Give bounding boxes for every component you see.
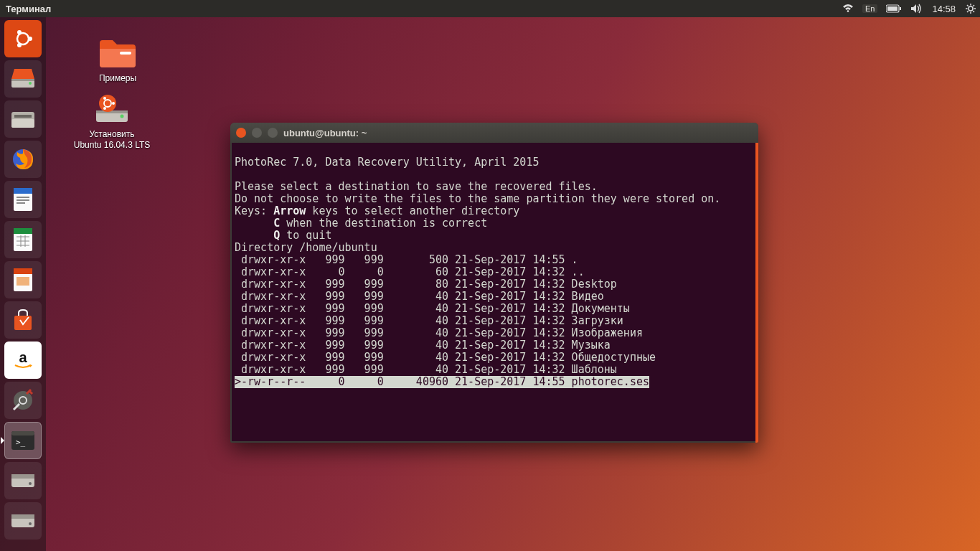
- svg-rect-17: [11, 79, 34, 81]
- folder-icon: [98, 37, 137, 69]
- svg-rect-46: [11, 474, 34, 479]
- svg-rect-2: [887, 6, 897, 11]
- svg-rect-29: [14, 228, 32, 234]
- launcher-firefox[interactable]: [4, 141, 42, 178]
- terminal-window[interactable]: ubuntu@ubuntu: ~ PhotoRec 7.0, Data Reco…: [230, 123, 758, 443]
- launcher-dash[interactable]: [4, 20, 42, 57]
- launcher-software[interactable]: [4, 301, 42, 339]
- file-row[interactable]: drwxr-xr-x 999 999 40 21-Sep-2017 14:32 …: [235, 339, 611, 352]
- svg-rect-25: [17, 197, 29, 198]
- desktop-icon-examples[interactable]: Примеры: [67, 36, 168, 84]
- svg-point-58: [103, 97, 106, 100]
- volume-icon: [910, 4, 922, 14]
- system-indicator[interactable]: [961, 4, 980, 14]
- svg-rect-26: [17, 199, 29, 201]
- terminal-line: C when the destination is correct: [235, 217, 487, 230]
- window-close-button[interactable]: [236, 128, 246, 138]
- svg-text:>_: >_: [16, 438, 26, 447]
- clock[interactable]: 14:58: [926, 4, 961, 14]
- window-active-border: [755, 143, 758, 443]
- spreadsheet-icon: [12, 227, 34, 253]
- svg-point-14: [17, 30, 22, 34]
- active-app-title: Терминал: [0, 4, 51, 14]
- window-title: ubuntu@ubuntu: ~: [283, 128, 367, 138]
- svg-line-11: [973, 5, 974, 6]
- network-indicator[interactable]: [838, 4, 858, 14]
- window-minimize-button[interactable]: [252, 128, 262, 138]
- svg-line-8: [967, 5, 969, 6]
- disk-icon: [10, 67, 36, 90]
- svg-rect-27: [17, 202, 25, 204]
- file-row[interactable]: drwxr-xr-x 999 999 40 21-Sep-2017 14:32 …: [235, 363, 617, 376]
- launcher-terminal[interactable]: >_: [4, 422, 42, 459]
- gear-icon: [966, 4, 976, 14]
- launcher-files[interactable]: [4, 100, 42, 138]
- svg-point-54: [121, 115, 124, 118]
- unity-launcher: a >_: [0, 17, 46, 551]
- terminal-body[interactable]: PhotoRec 7.0, Data Recovery Utility, Apr…: [232, 143, 755, 441]
- launcher-calc[interactable]: [4, 221, 42, 258]
- top-panel: Терминал En 14:58: [0, 0, 980, 17]
- svg-line-9: [973, 11, 974, 12]
- window-maximize-button[interactable]: [268, 128, 278, 138]
- svg-rect-53: [96, 110, 128, 113]
- file-row-selected[interactable]: >-rw-r--r-- 0 0 40960 21-Sep-2017 14:55 …: [235, 376, 649, 388]
- terminal-line: Directory /home/ubuntu: [235, 241, 377, 254]
- svg-rect-36: [14, 268, 32, 274]
- file-row[interactable]: drwxr-xr-x 999 999 40 21-Sep-2017 14:32 …: [235, 302, 630, 315]
- launcher-settings[interactable]: [4, 382, 42, 419]
- drive-icon: [10, 471, 36, 490]
- file-row[interactable]: drwxr-xr-x 999 999 500 21-Sep-2017 14:55…: [235, 253, 578, 266]
- file-row[interactable]: drwxr-xr-x 999 999 40 21-Sep-2017 14:32 …: [235, 290, 604, 303]
- launcher-amazon[interactable]: a: [4, 342, 42, 379]
- language-badge: En: [862, 4, 877, 13]
- presentation-icon: [12, 267, 34, 293]
- file-row[interactable]: drwxr-xr-x 999 999 40 21-Sep-2017 14:32 …: [235, 351, 656, 364]
- terminal-line: Do not choose to write the files to the …: [235, 192, 720, 205]
- window-titlebar[interactable]: ubuntu@ubuntu: ~: [230, 123, 758, 143]
- terminal-line: PhotoRec 7.0, Data Recovery Utility, Apr…: [235, 156, 539, 169]
- terminal-line: Keys: Arrow keys to select another direc…: [235, 204, 519, 217]
- amazon-icon: a: [11, 348, 35, 372]
- svg-point-12: [17, 33, 29, 44]
- drive-icon: [10, 512, 36, 530]
- svg-point-57: [112, 102, 115, 105]
- launcher-impress[interactable]: [4, 261, 42, 298]
- svg-rect-24: [14, 188, 32, 194]
- svg-rect-49: [11, 514, 34, 519]
- shopping-bag-icon: [11, 309, 34, 331]
- desktop-icon-label: Примеры: [67, 73, 168, 84]
- terminal-icon: >_: [10, 430, 36, 451]
- svg-rect-37: [17, 277, 29, 286]
- svg-point-3: [969, 6, 973, 11]
- launcher-writer[interactable]: [4, 181, 42, 218]
- svg-text:a: a: [19, 349, 27, 365]
- svg-rect-51: [120, 52, 131, 55]
- svg-point-13: [28, 37, 32, 41]
- files-icon: [10, 108, 36, 131]
- document-icon: [12, 187, 34, 212]
- svg-line-10: [967, 11, 969, 12]
- svg-point-18: [29, 82, 32, 85]
- file-row[interactable]: drwxr-xr-x 999 999 40 21-Sep-2017 14:32 …: [235, 326, 643, 339]
- settings-icon: [11, 388, 35, 413]
- svg-point-50: [29, 522, 32, 525]
- file-row[interactable]: drwxr-xr-x 999 999 40 21-Sep-2017 14:32 …: [235, 314, 623, 327]
- svg-point-47: [29, 482, 32, 485]
- svg-rect-43: [11, 431, 34, 435]
- svg-rect-21: [11, 119, 34, 128]
- file-row[interactable]: drwxr-xr-x 999 999 80 21-Sep-2017 14:32 …: [235, 278, 617, 291]
- battery-indicator[interactable]: [882, 4, 906, 13]
- terminal-line: Q to quit: [235, 229, 331, 242]
- file-row[interactable]: drwxr-xr-x 0 0 60 21-Sep-2017 14:32 ..: [235, 265, 585, 278]
- desktop-icon-label: Установить Ubuntu 16.04.3 LTS: [62, 129, 162, 151]
- running-pip-icon: [1, 437, 4, 444]
- launcher-disk1[interactable]: [4, 60, 42, 98]
- launcher-disk2[interactable]: [4, 462, 42, 499]
- svg-point-59: [103, 107, 106, 110]
- launcher-disk3[interactable]: [4, 502, 42, 540]
- firefox-icon: [10, 146, 36, 172]
- sound-indicator[interactable]: [906, 4, 926, 14]
- desktop-icon-install[interactable]: Установить Ubuntu 16.04.3 LTS: [62, 92, 162, 151]
- keyboard-indicator[interactable]: En: [858, 4, 882, 13]
